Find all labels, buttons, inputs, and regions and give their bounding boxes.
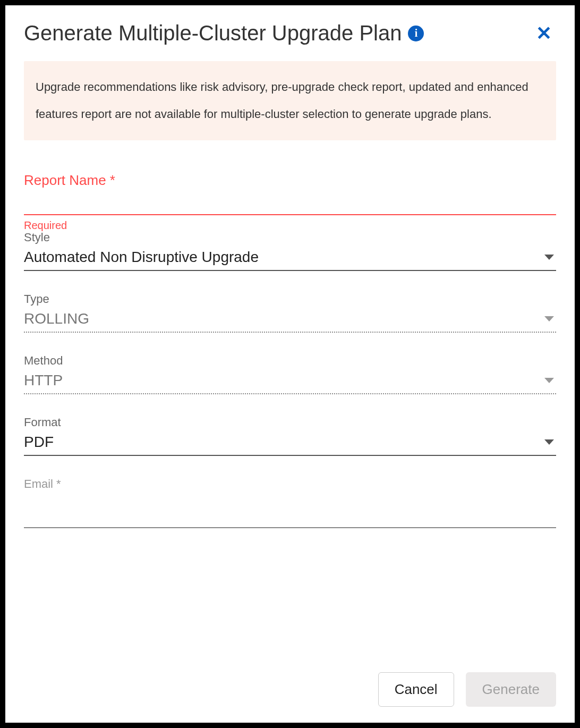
email-label: Email * <box>24 477 556 491</box>
report-name-label: Report Name * <box>24 172 556 189</box>
title-wrap: Generate Multiple-Cluster Upgrade Plan i <box>24 21 424 45</box>
cancel-button[interactable]: Cancel <box>378 672 454 707</box>
type-select[interactable]: ROLLING <box>24 310 556 333</box>
close-icon[interactable]: ✕ <box>532 22 556 45</box>
type-label: Type <box>24 292 556 306</box>
format-label: Format <box>24 416 556 429</box>
chevron-down-icon <box>544 316 554 321</box>
field-type: Type ROLLING <box>24 292 556 333</box>
dialog-title: Generate Multiple-Cluster Upgrade Plan <box>24 21 402 45</box>
field-format: Format PDF <box>24 416 556 456</box>
info-icon[interactable]: i <box>408 26 424 41</box>
email-text[interactable] <box>24 495 556 512</box>
generate-button[interactable]: Generate <box>466 672 556 707</box>
method-label: Method <box>24 354 556 368</box>
report-name-required-msg: Required <box>24 219 556 232</box>
report-name-text[interactable] <box>24 193 556 210</box>
format-select[interactable]: PDF <box>24 434 556 456</box>
dialog-header: Generate Multiple-Cluster Upgrade Plan i… <box>24 21 556 45</box>
style-select[interactable]: Automated Non Disruptive Upgrade <box>24 249 556 271</box>
chevron-down-icon <box>544 378 554 383</box>
method-value: HTTP <box>24 372 539 389</box>
report-name-input[interactable] <box>24 193 556 215</box>
dialog-actions: Cancel Generate <box>24 672 556 707</box>
method-select[interactable]: HTTP <box>24 372 556 394</box>
type-value: ROLLING <box>24 310 539 327</box>
field-report-name: Report Name * Required Style Automated N… <box>24 172 556 271</box>
chevron-down-icon <box>544 255 554 260</box>
field-method: Method HTTP <box>24 354 556 394</box>
style-label: Style <box>24 231 556 244</box>
format-value: PDF <box>24 434 539 451</box>
chevron-down-icon <box>544 439 554 445</box>
style-value: Automated Non Disruptive Upgrade <box>24 249 539 266</box>
notice-banner: Upgrade recommendations like risk adviso… <box>24 61 556 140</box>
field-email: Email * <box>24 477 556 528</box>
upgrade-plan-form: Report Name * Required Style Automated N… <box>24 172 556 659</box>
email-input[interactable] <box>24 495 556 528</box>
